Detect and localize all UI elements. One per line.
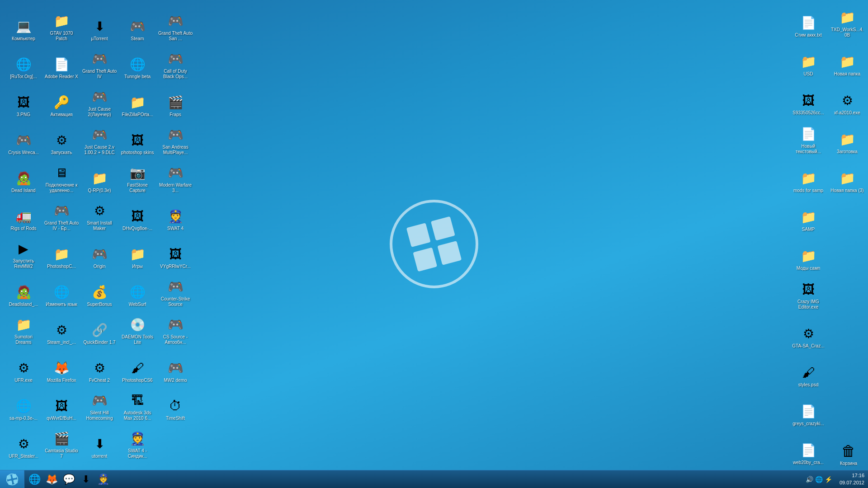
desktop-icon-vygr[interactable]: 🖼VYgRRlwYCr... [156, 232, 194, 270]
desktop-icon-utorrent2[interactable]: ⬇utorrent [80, 422, 118, 460]
volume-icon[interactable]: 🔊 [806, 476, 813, 483]
desktop-icon-zagotovka[interactable]: 📁Заготовка [829, 119, 865, 155]
desktop-icon-call-of-duty[interactable]: 🎮Call of Duty Black Ops... [156, 42, 194, 80]
icon-image-quickbinder: 🔗 [90, 321, 108, 339]
desktop-icon-adobe-reader[interactable]: 📄Adobe Reader X [42, 42, 80, 80]
taskbar-icon-utorrent-tb[interactable]: ⬇ [78, 471, 94, 488]
desktop-icon-fraps[interactable]: 🎬Fraps [156, 80, 194, 118]
desktop-icon-photoshopcs6[interactable]: 🖌PhotoshopCS6 [118, 346, 156, 384]
desktop-icon-novaya-papka[interactable]: 📁Новая папка [829, 42, 865, 78]
desktop-icon-qvwv[interactable]: 🖼qvWvrEfBuH... [42, 384, 80, 422]
desktop-icon-usd[interactable]: 📁USD [790, 42, 826, 78]
desktop-icon-gta4-icon[interactable]: 🎮Grand Theft Auto IV [80, 42, 118, 80]
desktop-icon-novaya-papka3[interactable]: 📁Новая папка (3) [829, 158, 865, 194]
desktop-icon-gta-san[interactable]: 🎮Grand Theft Auto San ... [156, 5, 194, 42]
desktop-icon-websurf[interactable]: 🌐WebSurf [118, 270, 156, 308]
start-button[interactable] [0, 470, 24, 488]
network-icon[interactable]: 🌐 [815, 476, 823, 483]
desktop-icon-crysis[interactable]: 🎮Crysis Wreca... [5, 118, 42, 156]
icon-label-crysis: Crysis Wreca... [8, 150, 39, 155]
icon-image-novaya-papka3: 📁 [838, 169, 856, 187]
desktop-icon-superbonus[interactable]: 💰SuperBonus [80, 270, 118, 308]
desktop-icon-ufrexe[interactable]: ⚙UFR.exe [5, 346, 42, 384]
desktop-icon-dead-island[interactable]: 🧟Dead Island [5, 156, 42, 194]
desktop-icon-tunngle[interactable]: 🌐Tunngle beta [118, 42, 156, 80]
desktop-icon-rutor[interactable]: 🌐[RuTor.Org]... [5, 42, 42, 80]
desktop-icon-novyi-text[interactable]: 📄Новый текстовый... [790, 119, 826, 155]
desktop-icon-fvcheat[interactable]: ⚙FvCheat 2 [80, 346, 118, 384]
desktop-icon-timeshift[interactable]: ⏱TimeShift [156, 384, 194, 422]
taskbar-icon-skype[interactable]: 💬 [61, 471, 77, 488]
desktop-icon-autodesk[interactable]: 🏗Autodesk 3ds Max 2010 6... [118, 384, 156, 422]
desktop-icon-gta-sa-craz[interactable]: ⚙GTA-SA_Craz... [790, 314, 826, 350]
desktop-icon-gta4[interactable]: 🎮Grand Theft Auto IV - Ер... [42, 194, 80, 232]
desktop-icon-igry[interactable]: 📁Игры [118, 232, 156, 270]
desktop-icon-just-cause2[interactable]: 🎮Just Cause 2(Лаунчер) [80, 80, 118, 118]
desktop-icon-steam[interactable]: 🎮Steam [118, 5, 156, 42]
desktop-icon-photoshop-skins[interactable]: 🖼photoshop skins [118, 118, 156, 156]
icon-label-tunngle: Tunngle beta [124, 74, 151, 80]
desktop-icon-swat4[interactable]: 👮SWAT 4 [156, 194, 194, 232]
desktop-icon-samp[interactable]: 📁SAMP [790, 197, 826, 233]
desktop-icon-faststone[interactable]: 📷FastStone Capture [118, 156, 156, 194]
desktop-icon-deadisland-launcher[interactable]: 🧟DeadIsland_... [5, 270, 42, 308]
desktop-icon-gtav-patch[interactable]: 📁GTAV 1070 Patch [42, 5, 80, 42]
desktop-icon-ufr-stealer[interactable]: ⚙UFR_Stealer... [5, 422, 42, 460]
desktop-icon-sa-mp[interactable]: 🌐sa-mp-0.3e-... [5, 384, 42, 422]
clock[interactable]: 17:16 09.07.2012 [840, 472, 864, 486]
desktop-icon-q-rp[interactable]: 📁Q-RP(0.3e) [80, 156, 118, 194]
desktop-icon-sumotori[interactable]: 📁Sumotori Dreams [5, 308, 42, 346]
desktop-icon-s93350526[interactable]: 🖼S93350526cс... [790, 80, 826, 117]
desktop-icon-dhvqvg8oe[interactable]: 🖼DHvQvg8oe-... [118, 194, 156, 232]
icon-image-websurf: 🌐 [128, 283, 146, 301]
desktop-icon-zapuskat[interactable]: ⚙Запускать [42, 118, 80, 156]
recycle-bin[interactable]: 🗑 Корзина [833, 442, 864, 466]
desktop-icon-swat4-sindik[interactable]: 👮SWAT 4 - Синдик... [118, 422, 156, 460]
icon-label-san-andreas-mp: San Andreas MultiPlaye... [158, 145, 193, 155]
desktop-icon-greys-crazyki[interactable]: 📄greys_crazyki... [790, 391, 826, 427]
desktop-icon-daemon[interactable]: 💿DAEMON Tools Lite [118, 308, 156, 346]
desktop-icon-crazy-img[interactable]: 🖼Crazy IMG Editor.exe [790, 275, 826, 311]
desktop-icon-filezilla[interactable]: 📁FileZillaPOrta... [118, 80, 156, 118]
desktop-icon-origin[interactable]: 🎮Origin [80, 232, 118, 270]
icon-label-modern-warfare: Modern Warfare 3... [158, 183, 193, 193]
desktop-icon-san-andreas-mp[interactable]: 🎮San Andreas MultiPlaye... [156, 118, 194, 156]
desktop-icon-styles-psd[interactable]: 🖌styles.psd [790, 352, 826, 389]
desktop-icon-web20by-cra[interactable]: 📄web20by_cra... [790, 430, 826, 466]
power-icon[interactable]: ⚡ [825, 476, 832, 483]
desktop-icon-utorrent[interactable]: ⬇µTorrent [80, 5, 118, 42]
desktop-icon-rigs-of-rods[interactable]: 🚛Rigs of Rods [5, 194, 42, 232]
icon-image-utorrent: ⬇ [90, 17, 108, 35]
desktop-icon-mw2-demo[interactable]: 🎮MW2 demo [156, 346, 194, 384]
desktop-icon-smart-install[interactable]: ⚙Smart Install Maker [80, 194, 118, 232]
desktop-icon-just-cause2-dlc[interactable]: 🎮Just Cause 2.v 1.00.2 + 9.DLC [80, 118, 118, 156]
desktop-icon-txd-works[interactable]: 📁TXD_WorkS...4.0B [829, 3, 865, 39]
icon-image-dead-island: 🧟 [14, 169, 33, 187]
desktop-icon-xf-a2010[interactable]: ⚙xf-a2010.exe [829, 80, 865, 117]
taskbar-icon-firefox-tb[interactable]: 🦊 [43, 471, 60, 488]
desktop-icon-podklyuchenie[interactable]: 🖥Подключение к удаленно... [42, 156, 80, 194]
icon-image-styles-psd: 🖌 [799, 363, 817, 381]
desktop-icon-modern-warfare[interactable]: 🎮Modern Warfare 3... [156, 156, 194, 194]
desktop-icon-stim-akki[interactable]: 📄Стим аккx.txt [790, 3, 826, 39]
desktop-icon-quickbinder[interactable]: 🔗QuickBinder 1.7 [80, 308, 118, 346]
desktop-icon-mozilla[interactable]: 🦊Mozilla Firefox [42, 346, 80, 384]
desktop-icon-steam-incl[interactable]: ⚙Steam_incl_... [42, 308, 80, 346]
desktop-icon-cs-source-auto[interactable]: 🎮CS Source - Автообн... [156, 308, 194, 346]
desktop-icon-mody-samp[interactable]: 📁Моды самп [790, 236, 826, 272]
taskbar-icon-ie[interactable]: 🌐 [26, 471, 42, 488]
desktop-icon-mods-for-samp[interactable]: 📁mods for samp [790, 158, 826, 194]
desktop-icon-izmenit-yazyk[interactable]: 🌐Изменить язык [42, 270, 80, 308]
desktop-icon-komputer[interactable]: 💻Компьютер [5, 5, 42, 42]
desktop-icon-camtasia[interactable]: 🎬Camtasia Studio 7 [42, 422, 80, 460]
desktop-icon-aktivaciya[interactable]: 🔑Активация [42, 80, 80, 118]
desktop-icon-cs-source[interactable]: 🎮Counter-Strike Source [156, 270, 194, 308]
desktop-icon-3png[interactable]: 🖼3.PNG [5, 80, 42, 118]
taskbar-icon-mw-tb[interactable]: 👮 [95, 471, 111, 488]
icon-label-samp: SAMP [802, 227, 815, 232]
icon-image-gta-sa-craz: ⚙ [799, 324, 817, 343]
desktop-icon-silent-hill[interactable]: 🎮Silent Hill Homecoming [80, 384, 118, 422]
icon-label-adobe-reader: Adobe Reader X [45, 74, 78, 80]
desktop-icon-zapustit-revmw2[interactable]: ▶Запустить RevMW2 [5, 232, 42, 270]
desktop-icon-photoshopc[interactable]: 📁PhotoshopC... [42, 232, 80, 270]
